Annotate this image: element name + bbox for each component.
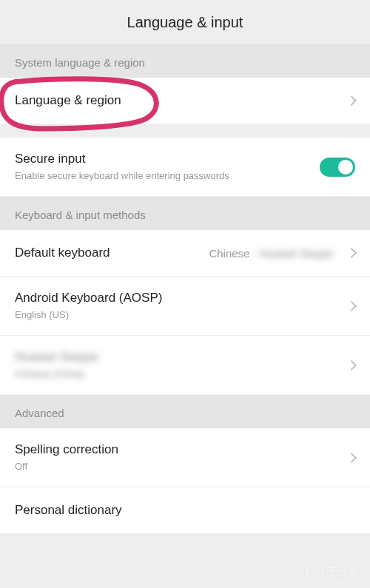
section-keyboard-methods: Keyboard & input methods [0,197,370,230]
chevron-right-icon [346,301,357,311]
row-title: Android Keyboard (AOSP) [15,290,348,306]
row-title: Default keyboard [15,245,110,261]
section-system-language: System language & region [0,44,370,78]
row-subtitle-redacted: Chinese (China) [15,368,348,381]
row-subtitle: English (US) [15,309,348,322]
row-title: Personal dictionary [15,502,355,518]
row-value: Chinese - Huawei Swype [209,247,333,260]
row-secure-input[interactable]: Secure input Enable secure keyboard whil… [0,138,370,197]
toggle-thumb [338,160,353,175]
row-android-keyboard[interactable]: Android Keyboard (AOSP) English (US) [0,277,370,336]
row-title: Spelling correction [15,442,348,458]
chevron-right-icon [346,360,357,371]
chevron-right-icon [346,453,357,463]
header-bar: Language & input [0,0,370,44]
row-language-region[interactable]: Language & region [0,78,370,124]
chevron-right-icon [346,248,357,258]
page-title: Language & input [127,14,243,31]
row-title: Language & region [15,92,348,109]
row-redacted-keyboard[interactable]: Huawei Swype Chinese (China) [0,336,370,395]
row-spelling-correction[interactable]: Spelling correction Off [0,428,370,487]
row-default-keyboard[interactable]: Default keyboard Chinese - Huawei Swype [0,230,370,277]
row-title: Secure input [15,151,320,167]
secure-input-toggle[interactable] [320,158,355,177]
row-subtitle: Off [15,461,348,473]
chevron-right-icon [346,95,357,106]
watermark: Bai度经验 jingyan.baidu.com [306,565,366,585]
section-advanced: Advanced [0,395,370,428]
row-subtitle: Enable secure keyboard while entering pa… [15,170,320,183]
row-title-redacted: Huawei Swype [15,349,348,365]
row-personal-dictionary[interactable]: Personal dictionary [0,487,370,533]
divider-gap [0,124,370,138]
